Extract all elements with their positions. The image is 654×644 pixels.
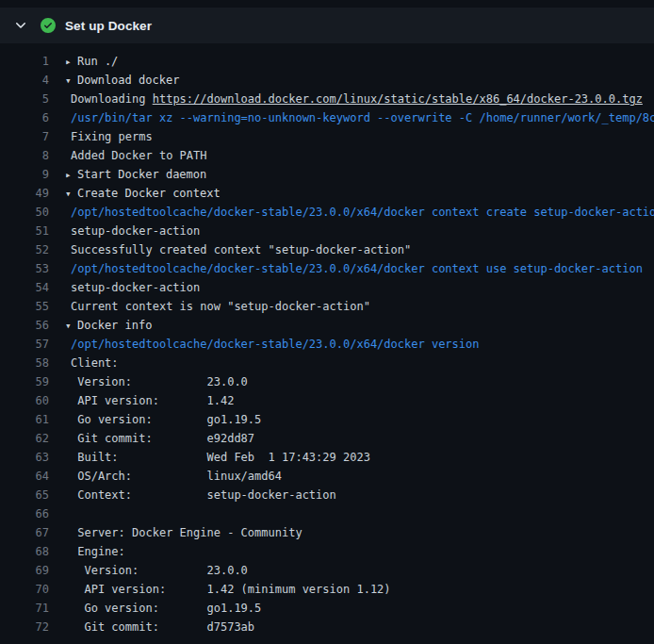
log-text: Engine: [65,542,125,561]
log-line: 55Current context is now "setup-docker-a… [0,297,654,316]
log-text: Context: setup-docker-action [65,486,336,504]
log-group-content: ▾Docker info [65,316,152,335]
log-text: setup-docker-action [65,222,200,240]
chevron-down-icon[interactable]: ▾ [65,185,77,203]
line-number[interactable]: 54 [0,278,49,297]
log-line: 64 OS/Arch: linux/amd64 [0,467,654,486]
step-title: Set up Docker [65,19,152,33]
log-command: /usr/bin/tar xz --warning=no-unknown-key… [65,108,654,127]
line-number[interactable]: 55 [0,297,49,316]
log-group-header[interactable]: 4▾Download docker [0,71,654,90]
line-number[interactable]: 72 [0,618,49,636]
log-command: /opt/hostedtoolcache/docker-stable/23.0.… [65,203,654,222]
line-number[interactable]: 4 [0,71,49,90]
line-number[interactable]: 67 [0,523,49,542]
line-number[interactable]: 66 [0,504,49,523]
log-text: Go version: go1.19.5 [65,599,261,618]
log-link[interactable]: https://download.docker.com/linux/static… [153,92,643,106]
log-group-header[interactable]: 56▾Docker info [0,316,654,335]
log-text [65,504,71,523]
log-line: 7Fixing perms [0,127,654,146]
line-number[interactable]: 5 [0,90,49,108]
line-number[interactable]: 60 [0,391,49,410]
log-text: Client: [65,354,119,372]
log-text: Successfully created context "setup-dock… [65,240,411,259]
line-number[interactable]: 68 [0,542,49,561]
line-number[interactable]: 9 [0,165,49,184]
log-text: Built: Wed Feb 1 17:43:29 2023 [65,448,370,467]
line-number[interactable]: 62 [0,429,49,448]
log-line: 70 API version: 1.42 (minimum version 1.… [0,580,654,599]
line-number[interactable]: 8 [0,146,49,165]
log-line: 58Client: [0,354,654,372]
log-text: OS/Arch: linux/amd64 [65,467,282,486]
chevron-down-icon[interactable] [13,18,28,33]
log-line: 72 Git commit: d7573ab [0,618,654,636]
group-title: Docker info [77,319,152,332]
line-number[interactable]: 64 [0,467,49,486]
chevron-down-icon[interactable]: ▾ [65,317,77,335]
log-command: /opt/hostedtoolcache/docker-stable/23.0.… [65,259,643,278]
group-title: Run ./ [77,55,118,68]
line-number[interactable]: 61 [0,410,49,429]
log-text: Git commit: d7573ab [65,618,254,636]
line-number[interactable]: 56 [0,316,49,335]
log-text: Fixing perms [65,127,153,146]
log-line: 65 Context: setup-docker-action [0,486,654,504]
log-line: 71 Go version: go1.19.5 [0,599,654,618]
line-number[interactable]: 50 [0,203,49,222]
log-text: Version: 23.0.0 [65,561,248,580]
log-line: 54setup-docker-action [0,278,654,297]
log-group-content: ▸Run ./ [65,52,118,71]
line-number[interactable]: 63 [0,448,49,467]
line-number[interactable]: 6 [0,108,49,127]
log-line: 59 Version: 23.0.0 [0,372,654,391]
line-number[interactable]: 58 [0,354,49,372]
log-group-header[interactable]: 49▾Create Docker context [0,184,654,203]
log-line: 5Downloading https://download.docker.com… [0,90,654,108]
chevron-right-icon[interactable]: ▸ [65,166,77,184]
log-text: Server: Docker Engine - Community [65,523,302,542]
log-text: Git commit: e92dd87 [65,429,254,448]
line-number[interactable]: 52 [0,240,49,259]
line-number[interactable]: 65 [0,486,49,504]
line-number[interactable]: 51 [0,222,49,240]
chevron-down-icon[interactable]: ▾ [65,72,77,90]
log-output: 1▸Run ./4▾Download docker5Downloading ht… [0,43,654,636]
line-number[interactable]: 69 [0,561,49,580]
log-line: 61 Go version: go1.19.5 [0,410,654,429]
log-text: API version: 1.42 [65,391,234,410]
line-number[interactable]: 57 [0,335,49,354]
line-number[interactable]: 71 [0,599,49,618]
log-text: Version: 23.0.0 [65,372,248,391]
log-line: 57/opt/hostedtoolcache/docker-stable/23.… [0,335,654,354]
chevron-right-icon[interactable]: ▸ [65,53,77,71]
log-line: 63 Built: Wed Feb 1 17:43:29 2023 [0,448,654,467]
top-strip [0,0,654,8]
log-line: 53/opt/hostedtoolcache/docker-stable/23.… [0,259,654,278]
step-header[interactable]: Set up Docker [0,8,654,43]
line-number[interactable]: 70 [0,580,49,599]
log-line: 66 [0,504,654,523]
line-number[interactable]: 49 [0,184,49,203]
group-title: Create Docker context [77,187,221,200]
log-group-header[interactable]: 9▸Start Docker daemon [0,165,654,184]
log-group-content: ▸Start Docker daemon [65,165,206,184]
log-group-content: ▾Download docker [65,71,179,90]
log-text: Added Docker to PATH [65,146,207,165]
log-text: Go version: go1.19.5 [65,410,261,429]
check-circle-icon [41,18,56,33]
line-number[interactable]: 1 [0,52,49,71]
group-title: Download docker [77,74,179,87]
log-line: 8Added Docker to PATH [0,146,654,165]
log-line: 51setup-docker-action [0,222,654,240]
workflow-step-log-page: Set up Docker 1▸Run ./4▾Download docker5… [0,0,654,644]
line-number[interactable]: 53 [0,259,49,278]
line-number[interactable]: 7 [0,127,49,146]
log-line: 69 Version: 23.0.0 [0,561,654,580]
log-group-header[interactable]: 1▸Run ./ [0,52,654,71]
log-text-prefix: Downloading [71,92,153,106]
log-line: 62 Git commit: e92dd87 [0,429,654,448]
log-line: 6/usr/bin/tar xz --warning=no-unknown-ke… [0,108,654,127]
line-number[interactable]: 59 [0,372,49,391]
